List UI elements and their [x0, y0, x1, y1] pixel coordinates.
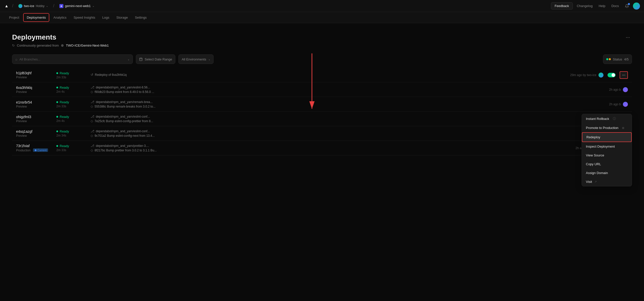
sync-icon: ↻ [12, 44, 15, 47]
branch-filter[interactable]: ⌕ ⌄ [12, 54, 133, 64]
docs-link[interactable]: Docs [609, 3, 621, 9]
environment-label: All Environments [182, 57, 206, 61]
context-menu-item-promote[interactable]: Promote to Production ⊕ [582, 123, 632, 132]
source-branch: ⎇ dependabot/npm_and_yarn/eslint-8.56... [91, 85, 574, 89]
context-menu-item-copy-url[interactable]: Copy URL [582, 160, 632, 169]
source-branch: ⎇ dependabot/npm_and_yarn/prettier-3.... [91, 144, 572, 148]
context-menu-item-visit[interactable]: Visit ↗ [582, 177, 632, 186]
subnav-item-analytics[interactable]: Analytics [50, 14, 69, 21]
redeploy-label: Redeploy [586, 135, 600, 139]
feedback-button[interactable]: Feedback [551, 2, 573, 10]
deploy-time: 2h ago b [609, 88, 621, 91]
page-header: Deployments ↻ Continuously generated fro… [12, 33, 632, 47]
deploy-info-2: 6va3hhklq Preview [16, 86, 56, 94]
status-dot-orange [609, 58, 611, 60]
branch-icon: ⎇ [91, 115, 94, 118]
deployer-avatar [598, 73, 603, 78]
visit-label: Visit [586, 180, 592, 184]
subnav-item-storage[interactable]: Storage [113, 14, 131, 21]
deploy-id[interactable]: 73r1fviaf [16, 144, 56, 148]
date-range-filter[interactable]: Select Date Range [136, 54, 175, 64]
info-icon-1: ⓘ [613, 117, 616, 121]
deploy-id[interactable]: 6va3hhklq [16, 86, 56, 90]
deploy-info-6: 73r1fviaf Production Current [16, 144, 56, 152]
context-menu-item-assign-domain[interactable]: Assign Domain [582, 169, 632, 177]
source-commit: ◇ 7e25cfc Bump eslint-config-prettier fr… [91, 119, 574, 123]
commit-text: f90db23 Bump eslint from 8.49.0 to 8.56.… [95, 90, 154, 94]
project-name-2: gemini-next-web1 [65, 4, 91, 8]
source-commit: ◇ 9c701a2 Bump eslint-config-next from 1… [91, 134, 574, 138]
deploy-status-1: Ready 2m 33s [56, 71, 87, 79]
repo-link[interactable]: TWO-ICE/Gemini-Next-Web1 [66, 44, 109, 47]
redeploy-icon: ↺ [91, 73, 93, 77]
status-ready: Ready [56, 129, 87, 133]
subnav-item-settings[interactable]: Settings [132, 14, 150, 21]
deployments-list: h1jd63qhf Preview Ready 2m 33s ↺ Redeplo… [12, 68, 632, 155]
deploy-toggle[interactable] [608, 73, 616, 77]
deploy-status-5: Ready 2m 34s [56, 129, 87, 137]
subnav-item-speed-insights[interactable]: Speed Insights [70, 14, 98, 21]
branch-text: Redeploy of 6va3hhk1q [95, 73, 127, 77]
deploy-id[interactable]: e4sq1azgf [16, 129, 56, 133]
commit-text: 8f217bc Bump prettier from 3.0.2 to 3.1.… [95, 149, 157, 152]
subnav-item-logs[interactable]: Logs [99, 14, 112, 21]
notification-badge [628, 3, 630, 5]
deploy-env: Preview [16, 119, 56, 123]
status-text: Ready [60, 144, 69, 148]
project-icon-2: ◈ [59, 4, 63, 8]
status-ready: Ready [56, 144, 87, 148]
changelog-link[interactable]: Changelog [575, 3, 595, 9]
deployer-avatar [623, 102, 628, 107]
deploy-duration: 2m 33s [56, 148, 87, 152]
deploy-time: 29m ago by two-ice [570, 73, 596, 77]
project-name-1: two-ice [24, 4, 34, 8]
subnav-item-project[interactable]: Project [6, 14, 22, 21]
status-dot-icon [56, 116, 58, 118]
context-menu-item-inspect[interactable]: Inspect Deployment [582, 142, 632, 151]
status-text: Ready [60, 129, 69, 133]
status-count: 4/5 [624, 57, 629, 61]
main-content: Deployments ↻ Continuously generated fro… [0, 23, 644, 165]
context-menu: Instant Rollback ⓘ Promote to Production… [582, 114, 632, 186]
status-dot-icon [56, 87, 58, 88]
commit-icon: ◇ [91, 105, 93, 108]
project-switcher-2[interactable]: ◈ gemini-next-web1 ⌄ [57, 3, 96, 9]
commit-text: 555386c Bump remark-breaks from 3.0.2 to… [95, 105, 155, 108]
vercel-logo-icon: ▲ [4, 4, 9, 9]
help-link[interactable]: Help [597, 3, 608, 9]
deployer-avatar [623, 87, 628, 92]
commit-text: 9c701a2 Bump eslint-config-next from 13.… [95, 134, 155, 138]
notification-button[interactable] [623, 2, 631, 10]
inspect-label: Inspect Deployment [586, 145, 615, 148]
deploy-meta-3: 2h ago b [578, 102, 628, 107]
context-menu-item-view-source[interactable]: View Source [582, 151, 632, 160]
status-text: Ready [60, 86, 69, 89]
branch-input[interactable] [19, 57, 126, 61]
status-filter[interactable]: Status 4/5 [603, 54, 632, 64]
commit-icon: ◇ [91, 148, 93, 152]
status-dot-icon [56, 101, 58, 103]
instant-rollback-label: Instant Rollback [586, 117, 609, 121]
status-ready: Ready [56, 86, 87, 89]
deploy-source-2: ⎇ dependabot/npm_and_yarn/eslint-8.56...… [87, 85, 578, 94]
user-avatar[interactable] [633, 3, 640, 10]
project-switcher-1[interactable]: two-ice Hobby ⌄ [16, 3, 50, 9]
topbar-right: Feedback Changelog Help Docs [551, 2, 640, 10]
subnav-item-deployments[interactable]: Deployments [23, 13, 49, 22]
topbar-divider: / [12, 3, 13, 9]
topbar: ▲ / two-ice Hobby ⌄ / ◈ gemini-next-web1… [0, 0, 644, 12]
page-title: Deployments [12, 33, 109, 41]
status-dot-icon [56, 130, 58, 132]
deploy-id[interactable]: e1nsrbr54 [16, 100, 56, 104]
deploy-status-2: Ready 2m 4s [56, 86, 87, 93]
context-menu-item-instant-rollback[interactable]: Instant Rollback ⓘ [582, 114, 632, 123]
environment-filter[interactable]: All Environments ⌄ [178, 54, 214, 64]
context-menu-item-redeploy[interactable]: Redeploy [582, 132, 632, 142]
deploy-duration: 2m 4s [56, 119, 87, 123]
deploy-id[interactable]: h1jd63qhf [16, 71, 56, 75]
page-more-button[interactable]: ··· [624, 33, 632, 41]
status-ready: Ready [56, 100, 87, 104]
current-badge: Current [33, 148, 48, 152]
deploy-id[interactable]: ohigzfml3 [16, 115, 56, 119]
deploy-more-button[interactable]: ··· [620, 71, 628, 79]
